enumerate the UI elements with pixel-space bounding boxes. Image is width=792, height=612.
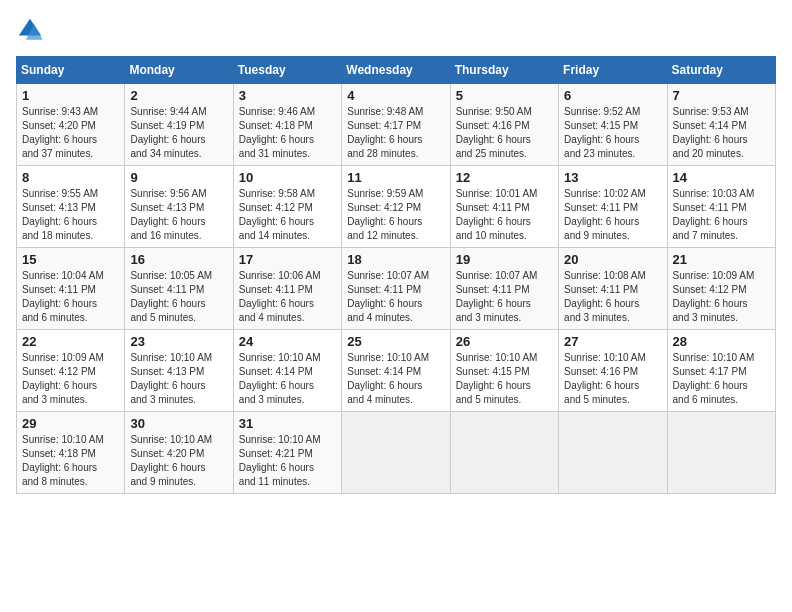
calendar-table: SundayMondayTuesdayWednesdayThursdayFrid… [16, 56, 776, 494]
day-number: 22 [22, 334, 119, 349]
day-detail: Sunrise: 10:10 AMSunset: 4:14 PMDaylight… [239, 351, 336, 407]
day-number: 24 [239, 334, 336, 349]
day-number: 11 [347, 170, 444, 185]
day-number: 19 [456, 252, 553, 267]
day-number: 15 [22, 252, 119, 267]
page-header [16, 16, 776, 44]
calendar-cell: 2 Sunrise: 9:44 AMSunset: 4:19 PMDayligh… [125, 84, 233, 166]
calendar-cell: 14 Sunrise: 10:03 AMSunset: 4:11 PMDayli… [667, 166, 775, 248]
calendar-cell: 16 Sunrise: 10:05 AMSunset: 4:11 PMDayli… [125, 248, 233, 330]
day-detail: Sunrise: 10:10 AMSunset: 4:17 PMDaylight… [673, 351, 770, 407]
calendar-cell: 31 Sunrise: 10:10 AMSunset: 4:21 PMDayli… [233, 412, 341, 494]
day-detail: Sunrise: 10:07 AMSunset: 4:11 PMDaylight… [456, 269, 553, 325]
day-number: 28 [673, 334, 770, 349]
day-detail: Sunrise: 9:56 AMSunset: 4:13 PMDaylight:… [130, 187, 227, 243]
calendar-cell [559, 412, 667, 494]
day-detail: Sunrise: 10:10 AMSunset: 4:14 PMDaylight… [347, 351, 444, 407]
day-detail: Sunrise: 10:09 AMSunset: 4:12 PMDaylight… [673, 269, 770, 325]
day-number: 7 [673, 88, 770, 103]
day-detail: Sunrise: 10:10 AMSunset: 4:21 PMDaylight… [239, 433, 336, 489]
day-detail: Sunrise: 10:03 AMSunset: 4:11 PMDaylight… [673, 187, 770, 243]
calendar-cell: 19 Sunrise: 10:07 AMSunset: 4:11 PMDayli… [450, 248, 558, 330]
calendar-cell: 17 Sunrise: 10:06 AMSunset: 4:11 PMDayli… [233, 248, 341, 330]
calendar-cell: 26 Sunrise: 10:10 AMSunset: 4:15 PMDayli… [450, 330, 558, 412]
day-number: 5 [456, 88, 553, 103]
calendar-cell: 11 Sunrise: 9:59 AMSunset: 4:12 PMDaylig… [342, 166, 450, 248]
calendar-cell [342, 412, 450, 494]
day-detail: Sunrise: 10:01 AMSunset: 4:11 PMDaylight… [456, 187, 553, 243]
calendar-cell: 6 Sunrise: 9:52 AMSunset: 4:15 PMDayligh… [559, 84, 667, 166]
calendar-cell: 8 Sunrise: 9:55 AMSunset: 4:13 PMDayligh… [17, 166, 125, 248]
day-number: 21 [673, 252, 770, 267]
weekday-header-sunday: Sunday [17, 57, 125, 84]
day-detail: Sunrise: 10:09 AMSunset: 4:12 PMDaylight… [22, 351, 119, 407]
day-number: 29 [22, 416, 119, 431]
weekday-header-thursday: Thursday [450, 57, 558, 84]
weekday-header-friday: Friday [559, 57, 667, 84]
day-number: 18 [347, 252, 444, 267]
day-detail: Sunrise: 9:55 AMSunset: 4:13 PMDaylight:… [22, 187, 119, 243]
calendar-cell: 13 Sunrise: 10:02 AMSunset: 4:11 PMDayli… [559, 166, 667, 248]
day-number: 10 [239, 170, 336, 185]
logo-icon [16, 16, 44, 44]
day-detail: Sunrise: 9:53 AMSunset: 4:14 PMDaylight:… [673, 105, 770, 161]
day-number: 25 [347, 334, 444, 349]
calendar-week-3: 15 Sunrise: 10:04 AMSunset: 4:11 PMDayli… [17, 248, 776, 330]
calendar-cell: 27 Sunrise: 10:10 AMSunset: 4:16 PMDayli… [559, 330, 667, 412]
day-detail: Sunrise: 9:46 AMSunset: 4:18 PMDaylight:… [239, 105, 336, 161]
day-number: 27 [564, 334, 661, 349]
day-detail: Sunrise: 9:52 AMSunset: 4:15 PMDaylight:… [564, 105, 661, 161]
calendar-cell: 22 Sunrise: 10:09 AMSunset: 4:12 PMDayli… [17, 330, 125, 412]
day-detail: Sunrise: 10:06 AMSunset: 4:11 PMDaylight… [239, 269, 336, 325]
day-detail: Sunrise: 10:10 AMSunset: 4:18 PMDaylight… [22, 433, 119, 489]
day-detail: Sunrise: 9:43 AMSunset: 4:20 PMDaylight:… [22, 105, 119, 161]
day-number: 14 [673, 170, 770, 185]
calendar-week-4: 22 Sunrise: 10:09 AMSunset: 4:12 PMDayli… [17, 330, 776, 412]
calendar-cell: 20 Sunrise: 10:08 AMSunset: 4:11 PMDayli… [559, 248, 667, 330]
calendar-cell: 4 Sunrise: 9:48 AMSunset: 4:17 PMDayligh… [342, 84, 450, 166]
weekday-header-saturday: Saturday [667, 57, 775, 84]
day-number: 9 [130, 170, 227, 185]
day-number: 6 [564, 88, 661, 103]
calendar-week-2: 8 Sunrise: 9:55 AMSunset: 4:13 PMDayligh… [17, 166, 776, 248]
calendar-cell: 25 Sunrise: 10:10 AMSunset: 4:14 PMDayli… [342, 330, 450, 412]
day-detail: Sunrise: 9:59 AMSunset: 4:12 PMDaylight:… [347, 187, 444, 243]
day-number: 3 [239, 88, 336, 103]
weekday-header-monday: Monday [125, 57, 233, 84]
calendar-cell: 1 Sunrise: 9:43 AMSunset: 4:20 PMDayligh… [17, 84, 125, 166]
calendar-cell: 18 Sunrise: 10:07 AMSunset: 4:11 PMDayli… [342, 248, 450, 330]
day-number: 20 [564, 252, 661, 267]
calendar-cell: 5 Sunrise: 9:50 AMSunset: 4:16 PMDayligh… [450, 84, 558, 166]
calendar-cell: 12 Sunrise: 10:01 AMSunset: 4:11 PMDayli… [450, 166, 558, 248]
day-detail: Sunrise: 10:10 AMSunset: 4:13 PMDaylight… [130, 351, 227, 407]
calendar-cell: 30 Sunrise: 10:10 AMSunset: 4:20 PMDayli… [125, 412, 233, 494]
calendar-cell: 9 Sunrise: 9:56 AMSunset: 4:13 PMDayligh… [125, 166, 233, 248]
calendar-cell: 24 Sunrise: 10:10 AMSunset: 4:14 PMDayli… [233, 330, 341, 412]
day-detail: Sunrise: 10:04 AMSunset: 4:11 PMDaylight… [22, 269, 119, 325]
day-detail: Sunrise: 10:10 AMSunset: 4:20 PMDaylight… [130, 433, 227, 489]
day-number: 26 [456, 334, 553, 349]
day-detail: Sunrise: 9:50 AMSunset: 4:16 PMDaylight:… [456, 105, 553, 161]
calendar-cell [450, 412, 558, 494]
day-number: 1 [22, 88, 119, 103]
day-number: 30 [130, 416, 227, 431]
calendar-cell: 28 Sunrise: 10:10 AMSunset: 4:17 PMDayli… [667, 330, 775, 412]
calendar-week-5: 29 Sunrise: 10:10 AMSunset: 4:18 PMDayli… [17, 412, 776, 494]
day-number: 13 [564, 170, 661, 185]
day-detail: Sunrise: 10:10 AMSunset: 4:16 PMDaylight… [564, 351, 661, 407]
day-detail: Sunrise: 10:05 AMSunset: 4:11 PMDaylight… [130, 269, 227, 325]
calendar-cell [667, 412, 775, 494]
day-detail: Sunrise: 9:44 AMSunset: 4:19 PMDaylight:… [130, 105, 227, 161]
weekday-header-wednesday: Wednesday [342, 57, 450, 84]
day-detail: Sunrise: 10:10 AMSunset: 4:15 PMDaylight… [456, 351, 553, 407]
day-number: 8 [22, 170, 119, 185]
calendar-cell: 29 Sunrise: 10:10 AMSunset: 4:18 PMDayli… [17, 412, 125, 494]
calendar-cell: 3 Sunrise: 9:46 AMSunset: 4:18 PMDayligh… [233, 84, 341, 166]
calendar-cell: 10 Sunrise: 9:58 AMSunset: 4:12 PMDaylig… [233, 166, 341, 248]
calendar-cell: 23 Sunrise: 10:10 AMSunset: 4:13 PMDayli… [125, 330, 233, 412]
calendar-week-1: 1 Sunrise: 9:43 AMSunset: 4:20 PMDayligh… [17, 84, 776, 166]
day-detail: Sunrise: 10:07 AMSunset: 4:11 PMDaylight… [347, 269, 444, 325]
day-number: 4 [347, 88, 444, 103]
day-detail: Sunrise: 10:02 AMSunset: 4:11 PMDaylight… [564, 187, 661, 243]
day-number: 17 [239, 252, 336, 267]
